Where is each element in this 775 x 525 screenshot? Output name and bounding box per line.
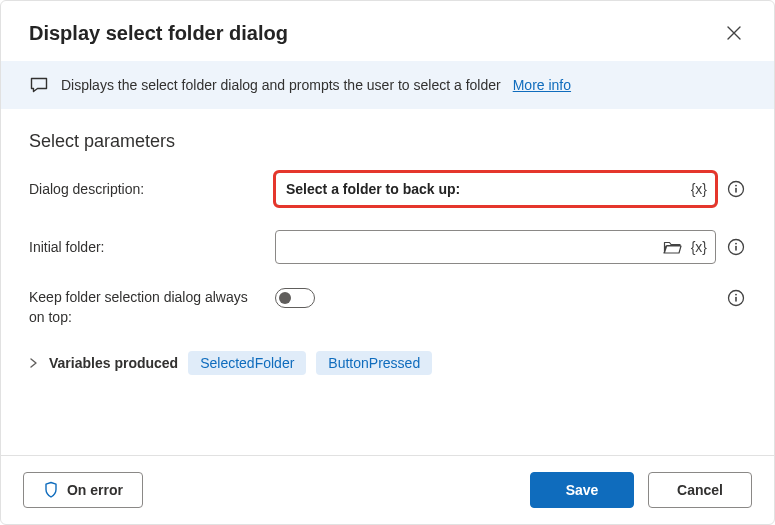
- browse-folder-button[interactable]: [663, 239, 683, 255]
- svg-rect-5: [735, 246, 737, 251]
- svg-point-1: [735, 185, 737, 187]
- dialog-description-input[interactable]: Select a folder to back up: {x}: [275, 172, 716, 206]
- keep-on-top-toggle[interactable]: [275, 288, 315, 308]
- label-keep-on-top: Keep folder selection dialog always on t…: [29, 288, 275, 327]
- insert-variable-button[interactable]: {x}: [691, 239, 707, 255]
- label-initial-folder: Initial folder:: [29, 239, 275, 255]
- label-dialog-description: Dialog description:: [29, 181, 275, 197]
- on-error-button[interactable]: On error: [23, 472, 143, 508]
- shield-icon: [43, 481, 59, 499]
- more-info-link[interactable]: More info: [513, 77, 571, 93]
- info-button-initial-folder[interactable]: [726, 237, 746, 257]
- section-title: Select parameters: [29, 131, 746, 152]
- svg-rect-8: [735, 297, 737, 302]
- toggle-knob: [279, 292, 291, 304]
- dialog-description-value: Select a folder to back up:: [286, 181, 685, 197]
- cancel-button[interactable]: Cancel: [648, 472, 752, 508]
- insert-variable-button[interactable]: {x}: [691, 181, 707, 197]
- svg-rect-2: [735, 188, 737, 193]
- svg-point-7: [735, 294, 737, 296]
- on-error-label: On error: [67, 482, 123, 498]
- info-icon: [727, 238, 745, 256]
- info-banner: Displays the select folder dialog and pr…: [1, 61, 774, 109]
- chevron-right-icon: [29, 358, 39, 368]
- close-button[interactable]: [720, 19, 748, 47]
- svg-point-4: [735, 243, 737, 245]
- row-dialog-description: Dialog description: Select a folder to b…: [29, 172, 746, 206]
- dialog-body: Select parameters Dialog description: Se…: [1, 109, 774, 455]
- save-button[interactable]: Save: [530, 472, 634, 508]
- info-banner-text: Displays the select folder dialog and pr…: [61, 77, 501, 93]
- info-button-keep-on-top[interactable]: [726, 288, 746, 308]
- initial-folder-input[interactable]: {x}: [275, 230, 716, 264]
- cancel-label: Cancel: [677, 482, 723, 498]
- info-icon: [727, 180, 745, 198]
- dialog-header: Display select folder dialog: [1, 1, 774, 61]
- folder-open-icon: [663, 239, 683, 255]
- save-label: Save: [566, 482, 599, 498]
- close-icon: [727, 26, 741, 40]
- row-initial-folder: Initial folder: {x}: [29, 230, 746, 264]
- variable-chip-buttonpressed[interactable]: ButtonPressed: [316, 351, 432, 375]
- info-icon: [727, 289, 745, 307]
- row-keep-on-top: Keep folder selection dialog always on t…: [29, 288, 746, 327]
- variables-produced-label: Variables produced: [49, 355, 178, 371]
- dialog-title: Display select folder dialog: [29, 22, 288, 45]
- info-button-dialog-description[interactable]: [726, 179, 746, 199]
- variable-chip-selectedfolder[interactable]: SelectedFolder: [188, 351, 306, 375]
- variables-produced-row[interactable]: Variables produced SelectedFolder Button…: [29, 351, 746, 375]
- dialog-footer: On error Save Cancel: [1, 455, 774, 524]
- comment-icon: [29, 75, 49, 95]
